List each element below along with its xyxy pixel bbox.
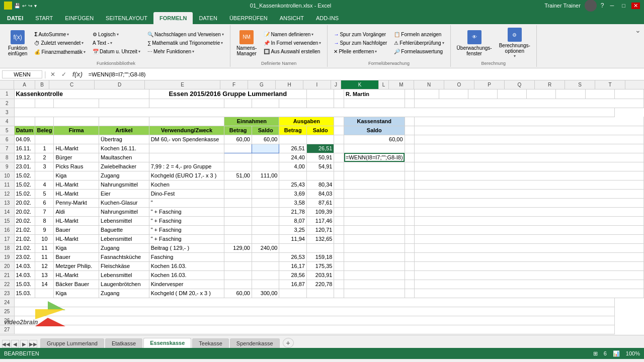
btn-formeln-anzeigen[interactable]: 📋 Formeln anzeigen: [391, 31, 447, 38]
quick-access-redo[interactable]: ↪: [28, 3, 32, 9]
cell-h15[interactable]: 8,07: [279, 216, 307, 225]
cell-i18[interactable]: [306, 243, 334, 252]
cell-k1[interactable]: R. Martin: [344, 89, 405, 99]
cell-e11[interactable]: Kochen: [149, 180, 224, 189]
cell-a15[interactable]: 20.02.: [14, 216, 35, 225]
cell-e4[interactable]: [149, 117, 224, 126]
cell-l23[interactable]: [405, 289, 415, 298]
cell-e19[interactable]: Fasching: [149, 252, 224, 261]
cell-s1[interactable]: [585, 89, 614, 99]
cell-f4[interactable]: Einnahmen: [224, 117, 279, 126]
cell-a22[interactable]: 15.03.: [14, 280, 35, 289]
cell-k13[interactable]: [344, 198, 405, 207]
cell-a10[interactable]: 15.02.: [14, 171, 35, 180]
cell-j16[interactable]: [334, 225, 344, 234]
cell-l4[interactable]: [405, 117, 415, 126]
entfernen-arrow[interactable]: ▾: [375, 49, 377, 54]
cell-i22[interactable]: 220,78: [306, 280, 334, 289]
cell-m18[interactable]: [415, 243, 644, 252]
cell-f12[interactable]: [224, 189, 252, 198]
cell-m14[interactable]: [415, 207, 644, 216]
cell-b12[interactable]: 5: [35, 189, 54, 198]
cell-g8[interactable]: [252, 153, 279, 162]
cell-f22[interactable]: [224, 280, 252, 289]
cell-m19[interactable]: [415, 252, 644, 261]
col-header-f[interactable]: F: [220, 80, 248, 89]
cell-i14[interactable]: 109,39: [306, 207, 334, 216]
btn-zuletzt[interactable]: ⏱ Zuletzt verwendet ▾: [31, 39, 89, 47]
cell-d23[interactable]: Zugang: [99, 289, 149, 298]
cell-e18[interactable]: Beitrag ( 129,- ): [149, 243, 224, 252]
sheet-nav-first[interactable]: ◀◀: [2, 340, 10, 348]
cell-e6[interactable]: DM 60,- von Spendenkasse: [149, 135, 224, 144]
cell-26[interactable]: [14, 316, 614, 325]
cell-b23[interactable]: [35, 289, 54, 298]
cell-d4[interactable]: [99, 117, 149, 126]
cell-i16[interactable]: 120,71: [306, 225, 334, 234]
cell-d9[interactable]: Zwiebelhacker: [99, 162, 149, 171]
cell-g17[interactable]: [252, 234, 279, 243]
cell-m4[interactable]: [415, 117, 644, 126]
btn-namens-manager[interactable]: NM Namens-Manager: [233, 29, 260, 57]
cell-d6[interactable]: Übertrag: [99, 135, 149, 144]
cell-27[interactable]: [14, 325, 614, 334]
cell-g22[interactable]: [252, 280, 279, 289]
cell-a20[interactable]: 14.03.: [14, 261, 35, 270]
informel-arrow[interactable]: ▾: [319, 41, 321, 45]
cell-f13[interactable]: [224, 198, 252, 207]
cell-b20[interactable]: 12: [35, 261, 54, 270]
cell-a16[interactable]: 21.02.: [14, 225, 35, 234]
cell-a19[interactable]: 23.02.: [14, 252, 35, 261]
cell-j10[interactable]: [334, 171, 344, 180]
btn-ueberwachungsfenster[interactable]: 👁 Überwachungs-fenster: [454, 29, 495, 57]
cell-c11[interactable]: HL-Markt: [54, 180, 99, 189]
cell-m6[interactable]: [415, 135, 644, 144]
cell-g11[interactable]: [252, 180, 279, 189]
sheet-nav-last[interactable]: ▶▶: [29, 340, 37, 348]
cell-j2[interactable]: [334, 99, 344, 108]
datum-arrow[interactable]: ▾: [138, 49, 140, 54]
col-header-j[interactable]: J: [331, 80, 341, 89]
col-header-r[interactable]: R: [535, 80, 565, 89]
cell-k19[interactable]: [344, 252, 405, 261]
cell-e21[interactable]: Kochen 16.03.: [149, 270, 224, 280]
cell-f19[interactable]: [224, 252, 252, 261]
cell-b18[interactable]: 11: [35, 243, 54, 252]
cell-a23[interactable]: 15.03.: [14, 289, 35, 298]
cell-h4[interactable]: Ausgaben: [279, 117, 334, 126]
cell-j14[interactable]: [334, 207, 344, 216]
cell-d20[interactable]: Fleischkäse: [99, 261, 149, 270]
cell-h7[interactable]: 26,51: [279, 144, 307, 153]
col-header-b[interactable]: B: [35, 80, 49, 89]
cell-l12[interactable]: [405, 189, 415, 198]
cell-l22[interactable]: [405, 280, 415, 289]
cell-c7[interactable]: HL-Markt: [54, 144, 99, 153]
cell-j7[interactable]: [334, 144, 344, 153]
cell-k20[interactable]: [344, 261, 405, 270]
col-header-k[interactable]: K: [341, 80, 379, 89]
cell-g13[interactable]: [252, 198, 279, 207]
sheet-nav-next[interactable]: ▶: [20, 340, 28, 348]
cell-c6[interactable]: [54, 135, 99, 144]
tab-addins[interactable]: ADD-INS: [310, 12, 345, 24]
col-header-d[interactable]: D: [95, 80, 145, 89]
cell-g12[interactable]: [252, 189, 279, 198]
cell-i10[interactable]: [306, 171, 334, 180]
col-header-g[interactable]: G: [248, 80, 276, 89]
cell-d21[interactable]: Lebensmittel: [99, 270, 149, 280]
cell-j5[interactable]: [334, 126, 344, 135]
cell-m20[interactable]: [415, 261, 644, 270]
cell-e2[interactable]: [149, 99, 224, 108]
col-header-t[interactable]: T: [595, 80, 625, 89]
cell-i15[interactable]: 117,46: [306, 216, 334, 225]
cell-f10[interactable]: 51,00: [224, 171, 252, 180]
btn-pfeile-entfernen[interactable]: ✕ Pfeile entfernen ▾: [331, 48, 390, 55]
tab-start[interactable]: START: [29, 12, 59, 24]
cell-b6[interactable]: [35, 135, 54, 144]
cell-c16[interactable]: Bauer: [54, 225, 99, 234]
cell-e20[interactable]: Kochen 16.03.: [149, 261, 224, 270]
cell-h17[interactable]: 11,94: [279, 234, 307, 243]
cell-g15[interactable]: [252, 216, 279, 225]
cell-k14[interactable]: [344, 207, 405, 216]
cell-g7[interactable]: [252, 144, 279, 153]
